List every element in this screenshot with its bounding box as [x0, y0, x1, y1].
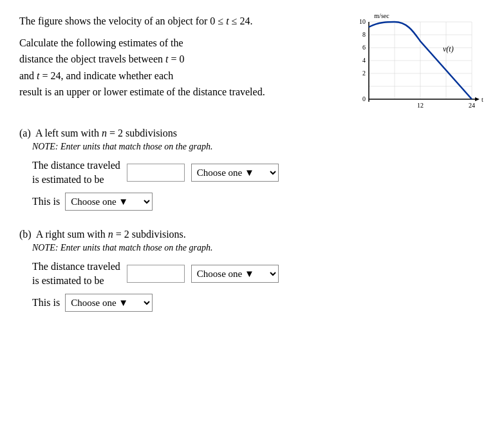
intro-text: The figure shows the velocity of an obje… — [19, 13, 330, 106]
part-a-section: (a) A left sum with n = 2 subdivisions N… — [19, 128, 485, 211]
y-tick-4: 4 — [362, 57, 366, 64]
y-tick-0: 0 — [362, 95, 366, 102]
part-b-choose-select[interactable]: Choose one ▼ an upper estimate a lower e… — [191, 265, 279, 283]
graph-container: m/sec 10 8 6 4 2 — [343, 13, 485, 116]
y-tick-6: 6 — [362, 44, 366, 51]
y-tick-10: 10 — [359, 18, 366, 25]
part-b-distance-label: The distance traveledis estimated to be — [32, 260, 120, 289]
part-a-distance-input[interactable] — [127, 164, 185, 182]
part-a-note: NOTE: Enter units that match those on th… — [32, 142, 485, 152]
intro-paragraph-2: Calculate the following estimates of the… — [19, 35, 330, 100]
x-axis-label: t (sec) — [481, 96, 485, 104]
part-b-note-text: NOTE: Enter units that match those on th… — [32, 243, 212, 252]
part-a-choose-select[interactable]: Choose one ▼ an upper estimate a lower e… — [191, 164, 279, 182]
part-b-note: NOTE: Enter units that match those on th… — [32, 243, 485, 253]
x-tick-24: 24 — [469, 102, 475, 109]
part-b-this-is-select[interactable]: Choose one ▼ an upper estimate a lower e… — [65, 294, 153, 312]
part-b-answer-row: The distance traveledis estimated to be … — [32, 260, 485, 289]
x-axis-arrow — [475, 97, 480, 101]
velocity-graph: m/sec 10 8 6 4 2 — [343, 13, 485, 116]
y-axis-label: m/sec — [374, 13, 389, 19]
part-a-this-is-label: This is — [32, 196, 60, 207]
curve-label: v(t) — [443, 44, 454, 53]
part-b-title: (b) A right sum with n = 2 subdivisions. — [19, 229, 485, 240]
part-a-title: (a) A left sum with n = 2 subdivisions — [19, 128, 485, 139]
part-a-this-is-select[interactable]: Choose one ▼ an upper estimate a lower e… — [65, 193, 153, 211]
y-tick-2: 2 — [362, 70, 366, 77]
part-a-distance-label: The distance traveledis estimated to be — [32, 158, 120, 187]
part-a-this-is-row: This is Choose one ▼ an upper estimate a… — [32, 193, 485, 211]
x-tick-12: 12 — [417, 102, 424, 109]
part-b-this-is-label: This is — [32, 297, 60, 309]
part-a-note-text: NOTE: Enter units that match those on th… — [32, 142, 212, 151]
part-b-this-is-row: This is Choose one ▼ an upper estimate a… — [32, 294, 485, 312]
intro-section: The figure shows the velocity of an obje… — [19, 13, 485, 116]
y-tick-8: 8 — [362, 31, 366, 38]
part-b-distance-input[interactable] — [127, 265, 185, 283]
part-a-answer-row: The distance traveledis estimated to be … — [32, 158, 485, 187]
part-b-section: (b) A right sum with n = 2 subdivisions.… — [19, 229, 485, 312]
intro-paragraph-1: The figure shows the velocity of an obje… — [19, 13, 330, 30]
